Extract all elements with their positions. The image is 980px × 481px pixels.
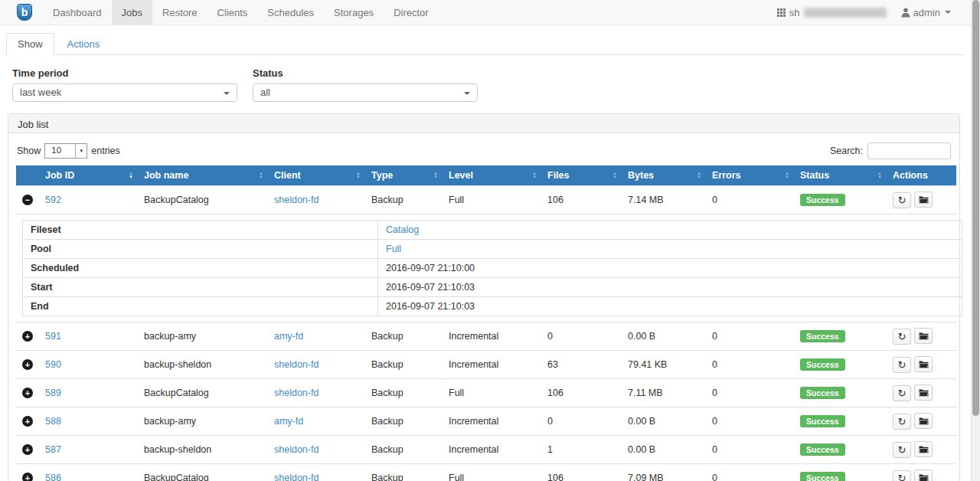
sort-icon: ▲▼ [697, 172, 701, 179]
expand-row-button[interactable]: + [22, 444, 33, 455]
expand-row-button[interactable]: + [22, 416, 33, 427]
brand-logo[interactable]: b [0, 0, 43, 25]
restore-job-button[interactable] [914, 413, 933, 429]
files-cell: 63 [541, 351, 622, 379]
nav-item-schedules[interactable]: Schedules [257, 0, 324, 25]
column-header-status[interactable]: Status ▲▼ [794, 165, 887, 186]
fileset-link[interactable]: Catalog [386, 224, 419, 235]
plus-circle-icon: + [25, 388, 30, 398]
chevron-down-icon [464, 92, 470, 95]
rerun-job-button[interactable]: ↻ [893, 470, 911, 481]
type-cell: Backup [365, 464, 443, 481]
client-link[interactable]: sheldon-fd [274, 388, 318, 398]
user-menu[interactable]: admin [901, 7, 951, 18]
column-header-files[interactable]: Files ▲▼ [541, 165, 622, 186]
rerun-icon: ↻ [898, 444, 906, 456]
level-cell: Incremental [443, 436, 541, 464]
job-table-body: − 592 BackupCatalog sheldon-fd Backup Fu… [16, 186, 956, 481]
nav-item-dashboard[interactable]: Dashboard [43, 0, 112, 25]
files-cell: 106 [541, 464, 622, 481]
nav-item-restore[interactable]: Restore [152, 0, 207, 25]
status-filter-label: Status [253, 67, 478, 79]
detail-label: Pool [23, 240, 378, 259]
status-badge: Success [800, 358, 845, 371]
job-name-cell: BackupCatalog [138, 379, 268, 407]
expand-row-button[interactable]: + [22, 331, 33, 342]
tab-show[interactable]: Show [6, 33, 54, 55]
restore-job-button[interactable] [914, 441, 933, 457]
plus-circle-icon: + [25, 444, 30, 455]
expand-row-button[interactable]: + [22, 388, 33, 398]
nav-item-jobs[interactable]: Jobs [112, 0, 152, 25]
restore-job-button[interactable] [914, 470, 933, 481]
tab-actions[interactable]: Actions [56, 33, 112, 55]
job-id-link[interactable]: 591 [45, 331, 61, 342]
column-header-type[interactable]: Type ▲▼ [365, 165, 443, 186]
nav-item-storages[interactable]: Storages [324, 0, 384, 25]
folder-open-icon [919, 473, 929, 481]
nav-item-director[interactable]: Director [384, 0, 439, 25]
status-badge: Success [800, 387, 845, 399]
client-link[interactable]: sheldon-fd [274, 195, 318, 205]
job-id-link[interactable]: 588 [45, 416, 61, 427]
job-id-link[interactable]: 592 [45, 195, 61, 205]
restore-job-button[interactable] [914, 191, 933, 208]
errors-cell: 0 [706, 322, 794, 351]
folder-open-icon [919, 332, 929, 340]
job-id-link[interactable]: 590 [45, 359, 61, 370]
client-link[interactable]: sheldon-fd [274, 359, 318, 370]
rerun-job-button[interactable]: ↻ [893, 414, 911, 430]
restore-job-button[interactable] [914, 328, 933, 344]
sort-icon: ▲▼ [259, 172, 263, 179]
client-link[interactable]: sheldon-fd [274, 473, 318, 481]
pool-link[interactable]: Full [386, 244, 401, 254]
errors-cell: 0 [706, 186, 794, 214]
rerun-job-button[interactable]: ↻ [893, 329, 911, 345]
table-row: + 590 backup-sheldon sheldon-fd Backup I… [16, 351, 956, 379]
search-label: Search: [830, 146, 863, 156]
rerun-job-button[interactable]: ↻ [893, 192, 911, 208]
apps-grid-icon [777, 8, 786, 17]
restore-job-button[interactable] [914, 384, 933, 401]
job-id-link[interactable]: 587 [45, 444, 61, 455]
column-header-level[interactable]: Level ▲▼ [443, 165, 541, 186]
nav-item-clients[interactable]: Clients [207, 0, 258, 25]
search-input[interactable] [867, 142, 951, 159]
rerun-job-button[interactable]: ↻ [893, 442, 911, 458]
column-header-client[interactable]: Client ▲▼ [268, 165, 365, 186]
column-header-job-id[interactable]: Job ID ▲▼ [39, 165, 138, 186]
scrollbar-thumb[interactable] [972, 0, 979, 416]
detail-row-start: Start 2016-09-07 21:10:03 [23, 278, 962, 297]
rerun-job-button[interactable]: ↻ [893, 357, 911, 373]
status-select[interactable]: all [253, 83, 478, 102]
page-size-select[interactable]: 10 ▾ [44, 143, 87, 159]
rerun-icon: ↻ [898, 388, 906, 399]
chevron-down-icon [224, 92, 230, 95]
job-id-link[interactable]: 586 [45, 473, 61, 481]
column-header-errors[interactable]: Errors ▲▼ [706, 165, 794, 186]
client-link[interactable]: sheldon-fd [274, 444, 318, 455]
time-period-value: last week [20, 87, 61, 98]
type-cell: Backup [365, 407, 443, 436]
plus-circle-icon: + [25, 331, 30, 342]
column-header-bytes[interactable]: Bytes ▲▼ [622, 165, 706, 186]
expand-row-button[interactable]: + [22, 359, 33, 370]
rerun-job-button[interactable]: ↻ [893, 385, 911, 401]
folder-open-icon [919, 417, 929, 425]
expand-row-button[interactable]: + [22, 473, 33, 481]
bytes-cell: 7.14 MB [622, 186, 706, 214]
status-badge: Success [800, 443, 845, 456]
status-badge: Success [800, 194, 845, 206]
errors-cell: 0 [706, 436, 794, 464]
restore-job-button[interactable] [914, 356, 933, 372]
username-label: admin [913, 7, 940, 18]
job-id-link[interactable]: 589 [45, 388, 61, 398]
files-cell: 0 [541, 322, 622, 351]
column-header-expand [16, 165, 39, 186]
client-link[interactable]: amy-fd [274, 416, 303, 427]
client-link[interactable]: amy-fd [274, 331, 303, 342]
column-header-job-name[interactable]: Job name ▲▼ [138, 165, 268, 186]
expand-row-button[interactable]: − [22, 195, 33, 205]
sort-icon: ▲▼ [356, 172, 361, 179]
time-period-select[interactable]: last week [12, 83, 237, 102]
